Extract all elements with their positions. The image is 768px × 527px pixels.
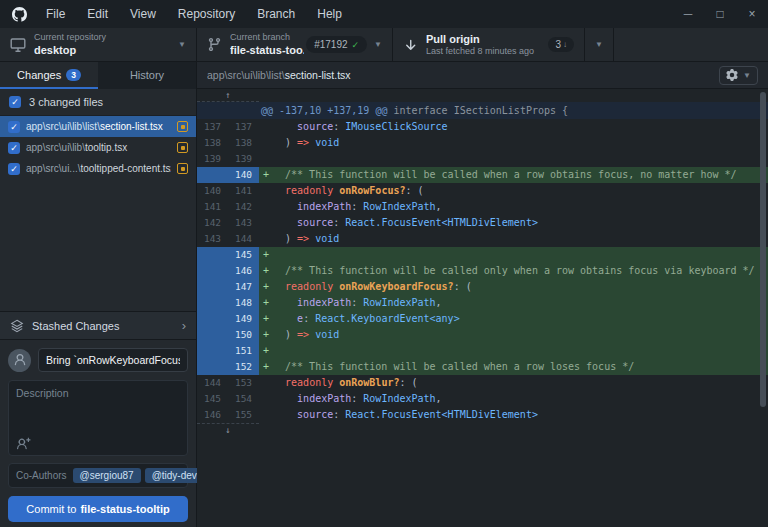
new-line-number[interactable]: 152: [228, 359, 259, 375]
tab-changes[interactable]: Changes3: [0, 62, 98, 89]
menu-help[interactable]: Help: [306, 0, 353, 28]
menu-file[interactable]: File: [35, 0, 76, 28]
old-line-number[interactable]: 143: [197, 231, 228, 247]
old-line-number[interactable]: [197, 295, 228, 311]
old-line-number[interactable]: 140: [197, 183, 228, 199]
new-line-number[interactable]: 147: [228, 279, 259, 295]
menu-edit[interactable]: Edit: [76, 0, 119, 28]
old-line-number[interactable]: [197, 359, 228, 375]
diff-line-content: ) => void: [273, 231, 768, 247]
diff-line-marker: [259, 199, 273, 215]
old-line-number[interactable]: [197, 343, 228, 359]
diff-line-content: /** This function will be called only wh…: [273, 263, 768, 279]
pr-status-badge[interactable]: #17192 ✓: [306, 36, 367, 53]
expand-diff-up[interactable]: ↑: [197, 89, 768, 102]
coauthor-chip[interactable]: @sergiou87: [73, 468, 141, 483]
tab-history[interactable]: History: [98, 62, 196, 89]
hunk-header: @@ -137,10 +137,19 @@ interface ISection…: [197, 102, 768, 119]
new-line-number[interactable]: 143: [228, 215, 259, 231]
old-line-number[interactable]: 137: [197, 119, 228, 135]
diff-line: 147+ readonly onRowKeyboardFocus?: (: [197, 279, 768, 295]
select-all-checkbox[interactable]: ✓: [9, 96, 21, 108]
new-line-number[interactable]: 144: [228, 231, 259, 247]
scrollbar-thumb[interactable]: [760, 92, 766, 407]
old-line-number[interactable]: 139: [197, 151, 228, 167]
old-line-number[interactable]: 142: [197, 215, 228, 231]
old-line-number[interactable]: 138: [197, 135, 228, 151]
minimize-button[interactable]: ─: [672, 0, 704, 28]
file-row[interactable]: ✓app\src\ui\lib\tooltip.tsx: [0, 137, 196, 158]
diff-line: 145154 indexPath: RowIndexPath,: [197, 391, 768, 407]
diff-line-marker: [259, 407, 273, 423]
diff-line: 140141 readonly onRowFocus?: (: [197, 183, 768, 199]
commit-summary-input[interactable]: [38, 348, 188, 372]
old-line-number[interactable]: [197, 311, 228, 327]
current-branch-button[interactable]: Current branch file-status-too... #17192…: [197, 28, 393, 61]
coauthors-field[interactable]: Co-Authors @sergiou87@tidy-dev: [8, 463, 188, 488]
menu-branch[interactable]: Branch: [246, 0, 306, 28]
file-checkbox[interactable]: ✓: [8, 163, 20, 175]
current-repository-button[interactable]: Current repository desktop ▼: [0, 28, 197, 61]
commit-button[interactable]: Commit tofile-status-tooltip: [8, 496, 188, 522]
stashed-changes-label: Stashed Changes: [32, 320, 119, 332]
diff-line-marker: [259, 183, 273, 199]
new-line-number[interactable]: 154: [228, 391, 259, 407]
old-line-number[interactable]: 145: [197, 391, 228, 407]
window-controls: ─□×: [672, 0, 768, 28]
old-line-number[interactable]: [197, 167, 228, 183]
diff-line-marker: [259, 231, 273, 247]
old-line-number[interactable]: [197, 247, 228, 263]
new-line-number[interactable]: 155: [228, 407, 259, 423]
pull-title: Pull origin: [426, 32, 542, 46]
pull-origin-button[interactable]: Pull origin Last fetched 8 minutes ago 3…: [393, 28, 585, 61]
new-line-number[interactable]: 139: [228, 151, 259, 167]
old-line-number[interactable]: 141: [197, 199, 228, 215]
maximize-button[interactable]: □: [704, 0, 736, 28]
new-line-number[interactable]: 141: [228, 183, 259, 199]
file-path: app\src\ui...\tooltipped-content.tsx: [26, 163, 171, 174]
diff-line-marker: [259, 391, 273, 407]
branch-label: Current branch: [230, 32, 304, 44]
menu-view[interactable]: View: [119, 0, 167, 28]
expand-diff-down[interactable]: ↓: [197, 423, 768, 436]
new-line-number[interactable]: 151: [228, 343, 259, 359]
coauthor-chip[interactable]: @tidy-dev: [145, 468, 204, 483]
old-line-number[interactable]: [197, 327, 228, 343]
coauthors-label: Co-Authors: [16, 470, 67, 481]
stashed-changes-bar[interactable]: Stashed Changes ›: [0, 311, 196, 340]
old-line-number[interactable]: 146: [197, 407, 228, 423]
diff-line: 150+ ) => void: [197, 327, 768, 343]
new-line-number[interactable]: 137: [228, 119, 259, 135]
new-line-number[interactable]: 142: [228, 199, 259, 215]
menu-repository[interactable]: Repository: [167, 0, 246, 28]
old-line-number[interactable]: [197, 279, 228, 295]
diff-options-button[interactable]: ▼: [719, 66, 758, 85]
old-line-number[interactable]: [197, 263, 228, 279]
new-line-number[interactable]: 149: [228, 311, 259, 327]
new-line-number[interactable]: 145: [228, 247, 259, 263]
pull-dropdown-button[interactable]: ▼: [585, 28, 614, 61]
file-checkbox[interactable]: ✓: [8, 142, 20, 154]
new-line-number[interactable]: 146: [228, 263, 259, 279]
close-button[interactable]: ×: [736, 0, 768, 28]
file-path: app\src\ui\lib\tooltip.tsx: [26, 142, 171, 153]
changes-count-badge: 3: [66, 69, 81, 81]
old-line-number[interactable]: 144: [197, 375, 228, 391]
add-coauthor-icon[interactable]: [16, 437, 31, 450]
diff-line-content: [273, 247, 768, 263]
file-checkbox[interactable]: ✓: [8, 121, 20, 133]
new-line-number[interactable]: 148: [228, 295, 259, 311]
diff-line-content: ) => void: [273, 135, 768, 151]
new-line-number[interactable]: 153: [228, 375, 259, 391]
new-line-number[interactable]: 150: [228, 327, 259, 343]
new-line-number[interactable]: 138: [228, 135, 259, 151]
new-line-number[interactable]: 140: [228, 167, 259, 183]
diff-line-content: source: React.FocusEvent<HTMLDivElement>: [273, 407, 768, 423]
commit-button-prefix: Commit to: [26, 503, 76, 515]
commit-description-input[interactable]: [9, 381, 187, 431]
file-row[interactable]: ✓app\src\ui...\tooltipped-content.tsx: [0, 158, 196, 179]
diff-line-content: source: React.FocusEvent<HTMLDivElement>: [273, 215, 768, 231]
diff-file-path: app\src\ui\lib\list\section-list.tsx: [207, 69, 351, 81]
file-path: app\src\ui\lib\list\section-list.tsx: [26, 121, 171, 132]
file-row[interactable]: ✓app\src\ui\lib\list\section-list.tsx: [0, 116, 196, 137]
